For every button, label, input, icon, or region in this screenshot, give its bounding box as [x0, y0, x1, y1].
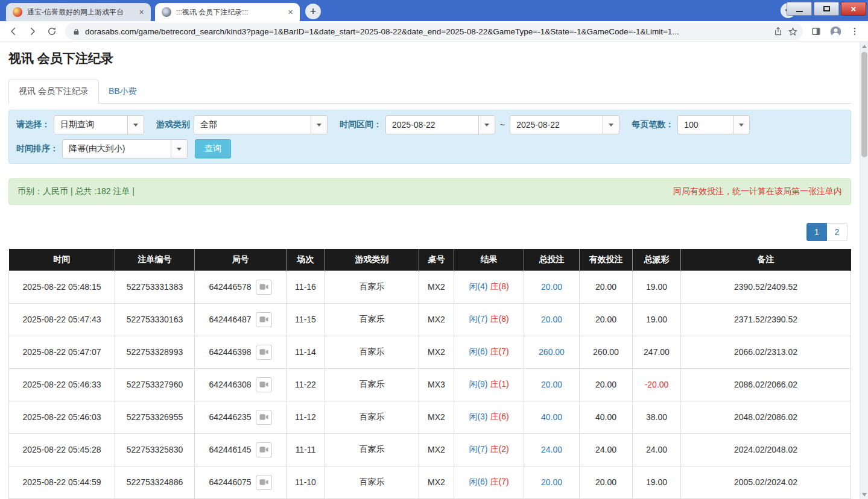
- cell-valid-bet: 20.00: [580, 271, 633, 303]
- table-row: 2025-08-22 05:47:07 522753328993 6424463…: [9, 336, 851, 368]
- bookmark-star-button[interactable]: [788, 27, 798, 37]
- cell-note: 2371.52/2390.52: [681, 303, 851, 336]
- cell-game-type: 百家乐: [325, 336, 419, 368]
- replay-button[interactable]: [256, 345, 272, 360]
- cell-time: 2025-08-22 05:46:33: [9, 368, 115, 401]
- scrollbar-thumb[interactable]: [861, 52, 867, 157]
- page-size-select[interactable]: 100: [677, 115, 750, 134]
- minimize-button[interactable]: [787, 2, 812, 16]
- maximize-button[interactable]: [814, 2, 839, 16]
- cell-total-bet[interactable]: 40.00: [524, 401, 580, 433]
- maximize-icon: [823, 6, 830, 11]
- browser-tab-betrecord[interactable]: :::视讯 会员下注纪录::: ×: [155, 3, 300, 21]
- cell-payout: 19.00: [633, 466, 681, 498]
- cell-session: 11-12: [287, 401, 325, 433]
- cell-round: 642446487: [195, 303, 287, 336]
- browser-tab-home[interactable]: 通宝-信誉最好的网上游戏平台 ×: [6, 3, 151, 21]
- cell-table-no: MX2: [419, 303, 454, 336]
- tab-betrecord[interactable]: 视讯 会员下注纪录: [8, 80, 99, 104]
- cell-payout: 38.00: [633, 401, 681, 433]
- cell-total-bet[interactable]: 20.00: [524, 368, 580, 401]
- caret-down-icon: [484, 124, 489, 127]
- replay-button[interactable]: [256, 312, 272, 327]
- tab-favicon: [162, 7, 171, 17]
- refresh-button[interactable]: [43, 23, 60, 40]
- page-title: 视讯 会员下注纪录: [8, 51, 851, 66]
- replay-button[interactable]: [256, 377, 272, 392]
- dropdown-toggle[interactable]: [478, 116, 495, 134]
- new-tab-button[interactable]: +: [305, 4, 321, 19]
- result-player: 闲(7): [469, 444, 487, 454]
- date-start-select[interactable]: 2025-08-22: [385, 115, 495, 134]
- address-bar[interactable]: dorasabs.com/game/betrecord_search/kind3…: [65, 23, 803, 40]
- column-header: 总投注: [524, 249, 580, 271]
- menu-button[interactable]: [846, 23, 863, 40]
- result-banker: 庄(2): [490, 444, 509, 454]
- cell-table-no: MX2: [419, 401, 454, 433]
- dropdown-toggle[interactable]: [171, 140, 187, 158]
- dropdown-toggle[interactable]: [311, 116, 327, 134]
- tab-bb-tip[interactable]: BB小费: [99, 80, 147, 103]
- notice-text: 同局有效投注，统一计算在该局第一张注单内: [673, 186, 842, 197]
- video-camera-icon: [259, 316, 268, 323]
- profile-button[interactable]: [827, 23, 844, 40]
- pagination-page-1[interactable]: 1: [806, 223, 827, 241]
- video-camera-icon: [259, 348, 268, 356]
- lock-icon[interactable]: [72, 28, 80, 36]
- tab-close-icon[interactable]: ×: [285, 7, 296, 17]
- cell-total-bet[interactable]: 20.00: [524, 271, 580, 303]
- cell-result: 闲(4)庄(8): [454, 271, 524, 303]
- cell-total-bet[interactable]: 20.00: [524, 303, 580, 336]
- cell-time: 2025-08-22 05:47:07: [9, 336, 115, 368]
- video-camera-icon: [259, 446, 268, 453]
- scrollbar-up-arrow[interactable]: [860, 42, 868, 51]
- forward-button[interactable]: [24, 23, 41, 40]
- date-end-select[interactable]: 2025-08-22: [510, 115, 619, 134]
- summary-bar: 币别：人民币 | 总共 :182 注单 | 同局有效投注，统一计算在该局第一张注…: [8, 178, 851, 205]
- cell-round: 642446578: [195, 271, 287, 303]
- cell-note: 2390.52/2409.52: [681, 271, 851, 303]
- replay-button[interactable]: [256, 280, 272, 295]
- search-button[interactable]: 查询: [195, 139, 231, 158]
- result-banker: 庄(6): [490, 412, 509, 421]
- caret-down-icon: [609, 124, 613, 127]
- pagination-page-2[interactable]: 2: [827, 223, 847, 241]
- side-panel-icon: [811, 26, 822, 37]
- cell-payout: -20.00: [633, 368, 681, 401]
- query-type-label: 请选择：: [16, 119, 50, 130]
- share-icon: [773, 27, 783, 36]
- cell-round: 642446235: [195, 401, 287, 433]
- cell-total-bet[interactable]: 20.00: [524, 466, 580, 498]
- tab-close-icon[interactable]: ×: [136, 7, 147, 17]
- dropdown-toggle[interactable]: [127, 116, 144, 134]
- column-header: 有效投注: [580, 249, 633, 271]
- sort-value: 降幂(由大到小): [63, 140, 171, 158]
- scrollbar[interactable]: [860, 42, 868, 499]
- game-type-select[interactable]: 全部: [194, 115, 328, 134]
- result-player: 闲(4): [469, 281, 487, 291]
- close-button[interactable]: ×: [841, 2, 866, 16]
- query-type-value: 日期查询: [54, 116, 127, 134]
- scrollbar-down-arrow[interactable]: [860, 491, 868, 499]
- table-row: 2025-08-22 05:47:43 522753330163 6424464…: [9, 303, 851, 336]
- sort-select[interactable]: 降幂(由大到小): [62, 139, 188, 158]
- column-header: 注单编号: [115, 249, 195, 271]
- query-type-select[interactable]: 日期查询: [54, 115, 144, 134]
- cell-total-bet[interactable]: 260.00: [524, 336, 580, 368]
- result-player: 闲(7): [469, 314, 487, 324]
- replay-button[interactable]: [256, 410, 272, 425]
- dropdown-toggle[interactable]: [603, 116, 619, 134]
- back-button[interactable]: [5, 23, 22, 40]
- cell-session: 11-22: [287, 368, 325, 401]
- result-banker: 庄(8): [490, 281, 509, 291]
- date-separator: ~: [500, 120, 505, 130]
- cell-payout: 247.00: [633, 336, 681, 368]
- replay-button[interactable]: [256, 475, 272, 490]
- cell-total-bet[interactable]: 24.00: [524, 433, 580, 466]
- share-button[interactable]: [773, 27, 783, 36]
- window-controls: ×: [787, 2, 866, 16]
- dropdown-toggle[interactable]: [733, 116, 749, 134]
- filter-row-1: 请选择： 日期查询 游戏类别 全部 时间区间： 2025-08-22 ~ 202…: [15, 115, 844, 134]
- side-panel-button[interactable]: [808, 23, 825, 40]
- replay-button[interactable]: [256, 442, 272, 457]
